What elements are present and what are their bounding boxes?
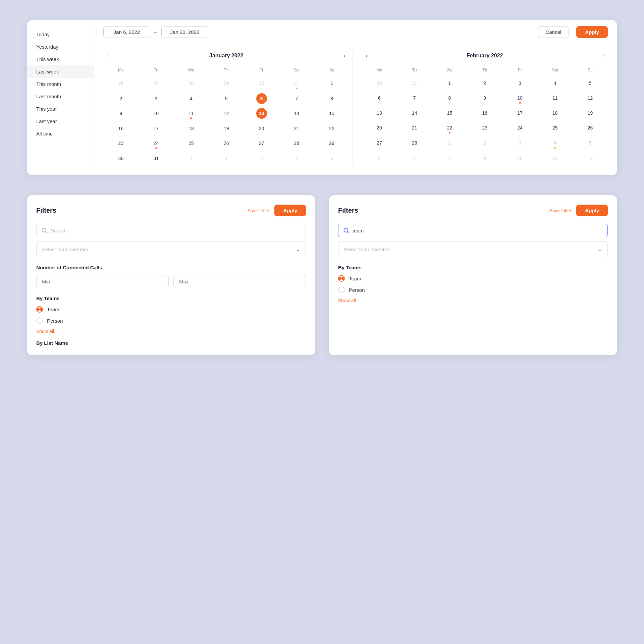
jan-day-13[interactable]: 13	[244, 106, 279, 121]
quick-select-this-year[interactable]: This year	[27, 103, 94, 115]
jan-day-5[interactable]: 5	[209, 91, 244, 106]
jan-day-31-prev[interactable]: 31	[279, 76, 314, 91]
jan-day-26-prev[interactable]: 26	[103, 76, 139, 91]
jan-day-28[interactable]: 28	[279, 136, 314, 151]
jan-day-23[interactable]: 23	[103, 136, 139, 151]
quick-select-this-week[interactable]: This week	[27, 53, 94, 65]
feb-day-1-next[interactable]: 1	[432, 136, 467, 151]
filter-2-show-all-link[interactable]: Show all...	[338, 298, 608, 303]
apply-button[interactable]: Apply	[576, 26, 608, 38]
jan-day-3-next[interactable]: 3	[244, 151, 279, 166]
quick-select-last-year[interactable]: Last year	[27, 115, 94, 127]
feb-day-10-next[interactable]: 10	[502, 151, 538, 166]
filter-1-team-member-select[interactable]: Select team member ⌄	[36, 241, 306, 257]
jan-day-27-prev[interactable]: 27	[139, 76, 174, 91]
feb-day-15[interactable]: 15	[432, 106, 467, 120]
jan-day-17[interactable]: 17	[139, 121, 174, 136]
end-date-input[interactable]	[161, 26, 208, 38]
jan-day-24[interactable]: 24	[139, 136, 174, 151]
january-next-arrow[interactable]: ›	[340, 51, 350, 60]
quick-select-last-month[interactable]: Last month	[27, 90, 94, 103]
filter-1-max-input[interactable]	[173, 275, 306, 288]
jan-day-4[interactable]: 4	[174, 91, 209, 106]
jan-day-1[interactable]: 1	[314, 76, 350, 91]
filter-1-show-all-link[interactable]: Show all...	[36, 329, 306, 334]
feb-day-19[interactable]: 19	[573, 106, 608, 120]
jan-day-2-next[interactable]: 2	[209, 151, 244, 166]
jan-day-15[interactable]: 15	[314, 106, 350, 121]
feb-day-14[interactable]: 14	[397, 106, 432, 120]
february-next-arrow[interactable]: ›	[598, 51, 608, 60]
jan-day-4-next[interactable]: 4	[279, 151, 314, 166]
jan-day-26[interactable]: 26	[209, 136, 244, 151]
feb-day-8-next[interactable]: 8	[432, 151, 467, 166]
feb-day-3[interactable]: 3	[502, 76, 538, 91]
quick-select-this-month[interactable]: This month	[27, 78, 94, 90]
feb-day-9[interactable]: 9	[467, 91, 502, 106]
filter-2-save-link[interactable]: Save Filter	[549, 208, 572, 213]
feb-day-2[interactable]: 2	[467, 76, 502, 91]
feb-day-4[interactable]: 4	[537, 76, 573, 91]
january-prev-arrow[interactable]: ‹	[103, 51, 113, 60]
jan-day-1-next[interactable]: 1	[174, 151, 209, 166]
feb-day-5[interactable]: 5	[573, 76, 608, 91]
jan-day-18[interactable]: 18	[174, 121, 209, 136]
jan-day-28-prev[interactable]: 28	[174, 76, 209, 91]
feb-day-9-next[interactable]: 9	[467, 151, 502, 166]
feb-day-31-prev[interactable]: 31	[397, 76, 432, 91]
filter-2-search-input[interactable]	[353, 228, 603, 233]
quick-select-today[interactable]: Today	[27, 28, 94, 41]
feb-day-6[interactable]: 6	[362, 91, 397, 106]
feb-day-28[interactable]: 28	[397, 136, 432, 151]
jan-day-30[interactable]: 30	[103, 151, 139, 166]
february-prev-arrow[interactable]: ‹	[362, 51, 371, 60]
filter-2-radio-team[interactable]: Team	[338, 275, 608, 282]
feb-day-17[interactable]: 17	[502, 106, 538, 120]
filter-1-apply-button[interactable]: Apply	[274, 205, 306, 216]
feb-day-25[interactable]: 25	[537, 120, 573, 136]
start-date-input[interactable]	[103, 26, 150, 38]
feb-day-3-next[interactable]: 3	[502, 136, 538, 151]
feb-day-16[interactable]: 16	[467, 106, 502, 120]
filter-2-team-member-select[interactable]: Select team member ⌄	[338, 241, 608, 257]
feb-day-11[interactable]: 11	[537, 91, 573, 106]
quick-select-last-week[interactable]: Last week	[27, 65, 94, 78]
filter-1-radio-team[interactable]: Team	[36, 306, 306, 313]
feb-day-20[interactable]: 20	[362, 120, 397, 136]
feb-day-5-next[interactable]: 5	[573, 136, 608, 151]
jan-day-2[interactable]: 2	[103, 91, 139, 106]
jan-day-5-next[interactable]: 5	[314, 151, 350, 166]
feb-day-27[interactable]: 27	[362, 136, 397, 151]
cancel-button[interactable]: Cancel	[538, 26, 569, 38]
jan-day-31[interactable]: 31	[139, 151, 174, 166]
feb-day-13[interactable]: 13	[362, 106, 397, 120]
feb-day-8[interactable]: 8	[432, 91, 467, 106]
filter-1-min-input[interactable]	[36, 275, 169, 288]
feb-day-30-prev[interactable]: 30	[362, 76, 397, 91]
jan-day-22[interactable]: 22	[314, 121, 350, 136]
jan-day-27[interactable]: 27	[244, 136, 279, 151]
jan-day-29[interactable]: 29	[314, 136, 350, 151]
jan-day-3[interactable]: 3	[139, 91, 174, 106]
jan-day-7[interactable]: 7	[279, 91, 314, 106]
filter-1-radio-person[interactable]: Person	[36, 317, 306, 324]
feb-day-10[interactable]: 10	[502, 91, 538, 106]
feb-day-11-next[interactable]: 11	[537, 151, 573, 166]
feb-day-22[interactable]: 22	[432, 120, 467, 136]
jan-day-16[interactable]: 16	[103, 121, 139, 136]
quick-select-all-time[interactable]: All time	[27, 127, 94, 140]
feb-day-26[interactable]: 26	[573, 120, 608, 136]
feb-day-6-next[interactable]: 6	[362, 151, 397, 166]
jan-day-25[interactable]: 25	[174, 136, 209, 151]
jan-day-21[interactable]: 21	[279, 121, 314, 136]
jan-day-9[interactable]: 9	[103, 106, 139, 121]
jan-day-20[interactable]: 20	[244, 121, 279, 136]
feb-day-1[interactable]: 1	[432, 76, 467, 91]
feb-day-24[interactable]: 24	[502, 120, 538, 136]
feb-day-21[interactable]: 21	[397, 120, 432, 136]
filter-1-save-link[interactable]: Save Filter	[247, 208, 270, 213]
jan-day-14[interactable]: 14	[279, 106, 314, 121]
feb-day-7[interactable]: 7	[397, 91, 432, 106]
feb-day-23[interactable]: 23	[467, 120, 502, 136]
filter-2-apply-button[interactable]: Apply	[576, 205, 608, 216]
